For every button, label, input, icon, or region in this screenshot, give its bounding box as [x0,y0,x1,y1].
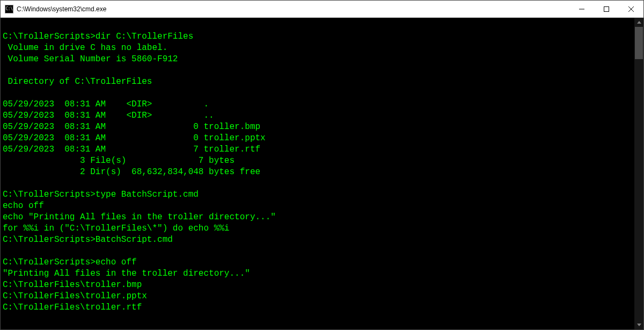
window-title: C:\Windows\system32\cmd.exe [17,5,569,13]
cmd-icon: C:\ [5,5,13,13]
minimize-icon [579,6,584,12]
terminal-output[interactable]: C:\TrollerScripts>dir C:\TrollerFiles Vo… [1,18,634,329]
terminal-area: C:\TrollerScripts>dir C:\TrollerFiles Vo… [1,18,643,329]
title-bar[interactable]: C:\ C:\Windows\system32\cmd.exe [1,1,643,18]
minimize-button[interactable] [569,1,594,17]
maximize-button[interactable] [594,1,619,17]
scroll-up-button[interactable] [634,18,643,27]
maximize-icon [604,6,609,12]
chevron-down-icon [637,324,641,326]
cmd-window: C:\ C:\Windows\system32\cmd.exe [0,0,644,330]
vertical-scrollbar[interactable] [634,18,643,329]
svg-rect-1 [604,6,609,11]
chevron-up-icon [637,21,641,24]
scroll-thumb[interactable] [635,27,643,59]
window-controls [569,1,643,17]
close-button[interactable] [619,1,643,17]
close-icon [628,6,634,12]
scroll-down-button[interactable] [634,320,643,329]
